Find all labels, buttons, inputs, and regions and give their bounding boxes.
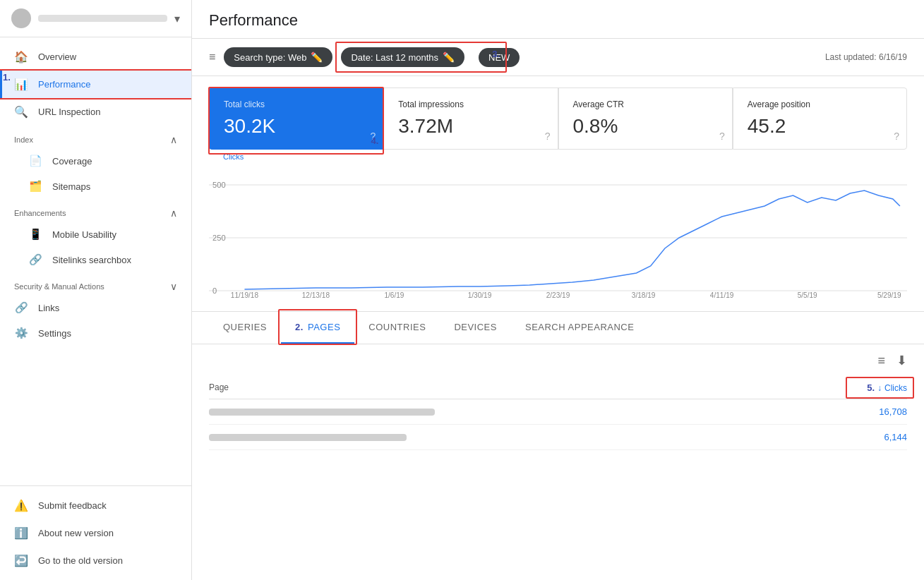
chevron-down-icon-2[interactable]: ∨	[170, 281, 177, 292]
avatar	[11, 8, 31, 28]
sidebar-label-submit-feedback: Submit feedback	[38, 500, 107, 511]
search-type-filter-btn[interactable]: Search type: Web ✏️	[224, 47, 332, 67]
sitemaps-icon: 🗂️	[28, 180, 42, 193]
chevron-down-icon[interactable]: ▾	[174, 12, 180, 25]
tab-search-appearance[interactable]: SEARCH APPEARANCE	[511, 312, 648, 344]
svg-text:250: 250	[212, 234, 226, 242]
total-impressions-label: Total impressions	[398, 99, 543, 109]
sidebar-item-settings[interactable]: ⚙️ Settings	[0, 320, 191, 346]
table-area: ≡ ⬇ Page 5. ↓ Clicks 16,708	[192, 344, 924, 450]
sidebar-label-coverage: Coverage	[52, 156, 92, 167]
date-label: Date: Last 12 months	[351, 52, 438, 63]
sidebar-item-url-inspection[interactable]: 🔍 URL Inspection	[0, 98, 191, 126]
sidebar-item-coverage[interactable]: 📄 Coverage	[0, 148, 191, 174]
sidebar-item-sitemaps[interactable]: 🗂️ Sitemaps	[0, 174, 191, 199]
table-clicks-1: 16,708	[879, 406, 907, 417]
sidebar-label-url-inspection: URL Inspection	[38, 107, 100, 117]
metric-labels-row: Clicks	[192, 150, 924, 167]
tab-countries[interactable]: COUNTRIES	[354, 312, 440, 344]
chevron-up-icon-2[interactable]: ∧	[170, 207, 177, 219]
nav-section-security: Security & Manual Actions ∨	[0, 272, 191, 295]
sidebar-header: ▾	[0, 0, 191, 37]
avg-pos-value: 45.2	[748, 115, 892, 138]
svg-text:0: 0	[212, 286, 217, 295]
svg-text:11/19/18: 11/19/18	[231, 291, 259, 298]
performance-icon: 📊	[14, 78, 28, 91]
annotation-4: 4.	[371, 135, 378, 146]
col-header-clicks-wrapper: 5. ↓ Clicks	[867, 382, 907, 393]
sidebar-label-sitemaps: Sitemaps	[52, 181, 90, 192]
main-content: Performance ≡ Search type: Web ✏️ Date: …	[192, 0, 924, 580]
sidebar-item-go-to-old[interactable]: ↩️ Go to the old version	[0, 547, 191, 574]
impressions-bottom-label	[383, 150, 558, 167]
sidebar-item-submit-feedback[interactable]: ⚠️ Submit feedback	[0, 492, 191, 519]
settings-icon: ⚙️	[14, 327, 28, 339]
metric-average-ctr[interactable]: Average CTR 0.8% ?	[558, 87, 733, 150]
sidebar-item-about-new-version[interactable]: ℹ️ About new version	[0, 519, 191, 547]
sidebar-item-performance[interactable]: 📊 Performance 1.	[0, 71, 191, 98]
tab-queries[interactable]: QUERIES	[209, 312, 281, 344]
annotation-5: 5.	[867, 382, 875, 393]
annotation-1: 1.	[3, 72, 11, 83]
sidebar: ▾ 🏠 Overview 📊 Performance 1. 🔍 URL Insp…	[0, 0, 192, 580]
download-icon[interactable]: ⬇	[896, 353, 907, 368]
sidebar-label-go-to-old: Go to the old version	[38, 555, 123, 566]
sidebar-label-sitelinks: Sitelinks searchbox	[52, 255, 131, 265]
svg-text:5/5/19: 5/5/19	[798, 291, 817, 298]
help-icon-3[interactable]: ?	[719, 131, 725, 142]
sidebar-label-performance: Performance	[38, 79, 90, 90]
total-clicks-label: Total clicks	[224, 99, 368, 109]
svg-text:3/18/19: 3/18/19	[632, 291, 656, 298]
performance-chart: 500 250 0 11/19/18 12/13/18 1/6/19 1/30/…	[209, 178, 907, 298]
mobile-icon: 📱	[28, 228, 42, 241]
page-title: Performance	[209, 11, 907, 38]
avg-ctr-label: Average CTR	[573, 99, 718, 109]
svg-text:5/29/19: 5/29/19	[877, 291, 901, 298]
col-header-page: Page	[209, 382, 867, 393]
search-icon: 🔍	[14, 105, 28, 119]
sitelinks-icon: 🔗	[28, 253, 42, 266]
total-impressions-value: 3.72M	[398, 115, 543, 138]
date-filter-btn[interactable]: Date: Last 12 months ✏️	[341, 47, 464, 67]
position-bottom-label	[733, 150, 907, 167]
sidebar-item-mobile-usability[interactable]: 📱 Mobile Usability	[0, 222, 191, 247]
ctr-bottom-label	[558, 150, 733, 167]
sidebar-label-about-new-version: About new version	[38, 528, 114, 538]
sidebar-item-sitelinks[interactable]: 🔗 Sitelinks searchbox	[0, 247, 191, 272]
tab-pages[interactable]: 2. PAGES	[281, 312, 354, 344]
tab-devices[interactable]: DEVICES	[440, 312, 511, 344]
filter-icon[interactable]: ≡	[209, 51, 215, 64]
metric-average-position[interactable]: Average position 45.2 ?	[733, 87, 907, 150]
chevron-up-icon[interactable]: ∧	[170, 134, 177, 145]
main-header: Performance	[192, 0, 924, 39]
clicks-sort-icon: ↓	[877, 383, 882, 393]
tab-devices-label: DEVICES	[454, 322, 497, 332]
edit-icon: ✏️	[311, 52, 323, 63]
index-section-label: Index	[14, 135, 33, 144]
sidebar-footer: ⚠️ Submit feedback ℹ️ About new version …	[0, 485, 191, 580]
tab-pages-label: PAGES	[308, 322, 340, 332]
site-domain	[38, 15, 167, 22]
total-clicks-value: 30.2K	[224, 115, 368, 138]
security-section-label: Security & Manual Actions	[14, 282, 104, 291]
info-icon: ℹ️	[14, 526, 28, 540]
sidebar-item-overview[interactable]: 🏠 Overview	[0, 43, 191, 71]
search-type-label: Search type: Web	[234, 52, 306, 63]
avg-ctr-value: 0.8%	[573, 115, 718, 138]
feedback-icon: ⚠️	[14, 499, 28, 512]
coverage-icon: 📄	[28, 155, 42, 167]
metric-total-clicks[interactable]: Total clicks 30.2K ? 4.	[209, 87, 383, 150]
svg-text:1/6/19: 1/6/19	[384, 291, 404, 298]
sidebar-item-links[interactable]: 🔗 Links	[0, 295, 191, 320]
metric-total-impressions[interactable]: Total impressions 3.72M ?	[383, 87, 558, 150]
avg-pos-label: Average position	[748, 99, 892, 109]
tab-queries-label: QUERIES	[223, 322, 267, 332]
nav-section-enhancements: Enhancements ∧	[0, 199, 191, 222]
help-icon-4[interactable]: ?	[894, 131, 899, 142]
help-icon-2[interactable]: ?	[545, 131, 551, 142]
filter-table-icon[interactable]: ≡	[877, 354, 885, 368]
col-header-clicks[interactable]: ↓ Clicks	[877, 383, 907, 393]
sidebar-label-settings: Settings	[38, 328, 71, 339]
chart-area: 500 250 0 11/19/18 12/13/18 1/6/19 1/30/…	[192, 167, 924, 312]
table-url-2	[209, 434, 884, 441]
